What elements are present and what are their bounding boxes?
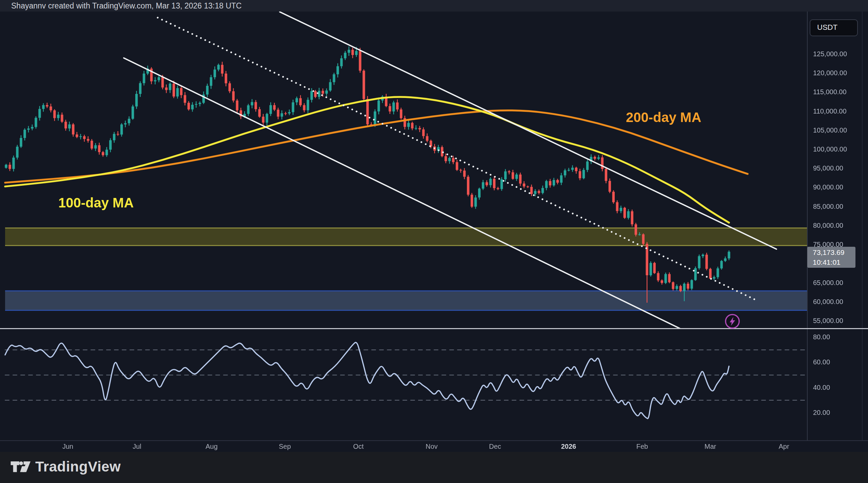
rsi-tick-label: 20.00	[813, 409, 830, 417]
month-label-Dec[interactable]: Dec	[489, 443, 501, 450]
price-tick-label: 55,000.00	[813, 317, 843, 325]
price-tick-label: 105,000.00	[813, 126, 847, 134]
month-label-Oct[interactable]: Oct	[353, 443, 363, 450]
month-label-2026[interactable]: 2026	[561, 443, 576, 450]
bar-countdown: 10:41:01	[813, 257, 855, 267]
currency-badge-label: USDT	[817, 20, 857, 35]
month-label-Nov[interactable]: Nov	[426, 443, 438, 450]
tradingview-logo[interactable]: TradingView	[10, 458, 121, 476]
ma100-label: 100-day MA	[58, 195, 134, 210]
month-label-Jul[interactable]: Jul	[133, 443, 141, 450]
price-axis-border	[807, 12, 808, 441]
month-label-Sep[interactable]: Sep	[279, 443, 291, 450]
attribution-bar: Shayannv created with TradingView.com, M…	[0, 0, 868, 12]
price-tick-label: 115,000.00	[813, 88, 847, 96]
month-label-Feb[interactable]: Feb	[636, 443, 648, 450]
price-tick-label: 120,000.00	[813, 69, 847, 77]
right-edge-border	[862, 12, 863, 441]
tradingview-logo-text: TradingView	[35, 459, 121, 475]
rsi-tick-label: 40.00	[813, 384, 830, 391]
price-chart-canvas[interactable]	[0, 0, 868, 483]
price-tick-label: 95,000.00	[813, 164, 843, 172]
rsi-tick-label: 60.00	[813, 358, 830, 366]
chart-page: Shayannv created with TradingView.com, M…	[0, 0, 868, 483]
price-tick-label: 85,000.00	[813, 203, 843, 210]
price-tick-label: 125,000.00	[813, 50, 847, 58]
attribution-text: Shayannv created with TradingView.com, M…	[11, 0, 242, 12]
currency-badge: USDT	[810, 19, 858, 36]
tradingview-logo-icon	[10, 458, 31, 476]
footer-bar: TradingView	[0, 452, 868, 483]
month-label-Aug[interactable]: Aug	[205, 443, 218, 450]
month-label-Jun[interactable]: Jun	[62, 443, 73, 450]
current-price-label: 73,173.69 10:41:01	[807, 247, 855, 268]
price-tick-label: 80,000.00	[813, 222, 843, 229]
price-tick-label: 65,000.00	[813, 279, 843, 287]
month-label-Apr[interactable]: Apr	[778, 443, 789, 450]
flash-icon	[724, 313, 741, 331]
ma200-label: 200-day MA	[626, 110, 701, 125]
price-tick-label: 110,000.00	[813, 107, 847, 115]
price-tick-label: 100,000.00	[813, 145, 847, 153]
current-price-value: 73,173.69	[813, 247, 855, 257]
price-tick-label: 60,000.00	[813, 298, 843, 306]
rsi-tick-label: 80.00	[813, 333, 830, 341]
month-label-Mar[interactable]: Mar	[705, 443, 716, 450]
price-tick-label: 90,000.00	[813, 183, 843, 191]
time-axis-border	[0, 440, 868, 441]
